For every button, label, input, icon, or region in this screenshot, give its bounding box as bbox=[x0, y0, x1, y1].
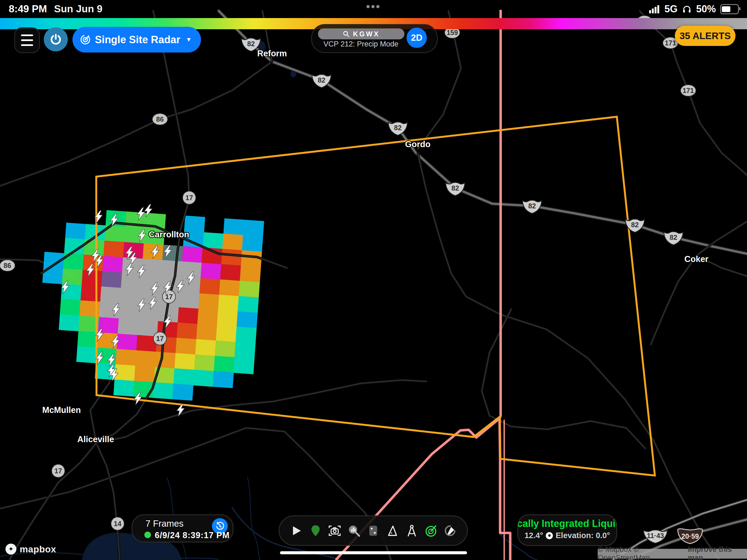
highway-shield: 14 bbox=[111, 517, 124, 530]
radar-cell bbox=[182, 246, 203, 263]
radar-cell bbox=[177, 322, 198, 339]
radar-cell bbox=[100, 286, 121, 304]
radar-cell bbox=[65, 223, 86, 239]
radar-cell bbox=[175, 353, 196, 370]
radar-mode-selector[interactable]: Single Site Radar ▼ bbox=[73, 27, 201, 52]
menu-button[interactable] bbox=[14, 27, 40, 53]
play-button[interactable] bbox=[288, 523, 304, 538]
radar-cell bbox=[213, 371, 234, 388]
power-icon bbox=[50, 33, 62, 46]
frame-timestamp-label: 6/9/24 8:39:17 PM bbox=[155, 531, 230, 540]
highway-shield: 82 bbox=[664, 232, 683, 245]
radar-cell bbox=[117, 334, 137, 351]
angle-tool-button[interactable] bbox=[385, 523, 400, 538]
vcp-status-label: VCP 212: Precip Mode bbox=[314, 40, 407, 48]
radar-cell bbox=[114, 364, 136, 381]
radar-cell bbox=[172, 384, 193, 401]
highway-shield: 17 bbox=[183, 191, 196, 204]
history-icon bbox=[215, 521, 225, 531]
svg-text:171: 171 bbox=[665, 39, 676, 47]
svg-text:17: 17 bbox=[54, 467, 62, 475]
alerts-button[interactable]: 35 ALERTS bbox=[675, 26, 736, 46]
highway-shield: 17 bbox=[153, 332, 166, 345]
radar-cell bbox=[161, 260, 182, 277]
radar-cell bbox=[76, 346, 97, 363]
radar-brand-icon bbox=[80, 34, 91, 45]
data-inspector-button[interactable] bbox=[346, 523, 362, 538]
radar-scope-button[interactable] bbox=[423, 523, 439, 538]
radar-cell bbox=[218, 295, 239, 312]
radar-cell bbox=[115, 349, 137, 366]
annotate-button[interactable] bbox=[443, 523, 458, 538]
river bbox=[248, 477, 260, 560]
compass-tool-button[interactable] bbox=[404, 523, 419, 538]
radar-cell bbox=[102, 256, 123, 273]
svg-text:20·59: 20·59 bbox=[681, 532, 699, 540]
radar-cell bbox=[235, 327, 256, 343]
svg-text:82: 82 bbox=[247, 40, 255, 48]
dice-button[interactable] bbox=[366, 523, 381, 538]
annotate-pencil-icon bbox=[444, 524, 457, 537]
radar-cell bbox=[103, 240, 124, 258]
home-indicator[interactable] bbox=[280, 551, 467, 554]
radar-cell bbox=[193, 370, 214, 387]
map-canvas[interactable]: 8282828282828217117117115986861717171714… bbox=[0, 0, 747, 560]
radar-cell bbox=[238, 296, 259, 313]
svg-text:82: 82 bbox=[670, 233, 677, 241]
frames-count-label: 7 Frames bbox=[146, 518, 183, 529]
improve-map-link[interactable]: Improve this map bbox=[688, 545, 743, 560]
town-label: Aliceville bbox=[77, 434, 114, 444]
svg-text:86: 86 bbox=[156, 116, 164, 123]
radar-cell bbox=[217, 310, 238, 327]
highway-shield: 20·59 bbox=[678, 529, 702, 543]
compass-tool-icon bbox=[405, 524, 418, 537]
radar-cell bbox=[59, 314, 80, 331]
svg-text:11·43: 11·43 bbox=[647, 532, 664, 539]
radar-cell bbox=[215, 340, 236, 357]
radar-cell bbox=[135, 350, 156, 367]
radar-cell bbox=[153, 382, 174, 399]
site-search-button[interactable]: KGWX bbox=[318, 28, 404, 40]
radar-cell bbox=[236, 311, 258, 328]
radar-cell bbox=[219, 279, 240, 297]
tilt-angle-label: 12.4° bbox=[524, 531, 543, 540]
view-mode-2d-button[interactable]: 2D bbox=[407, 28, 427, 48]
svg-text:82: 82 bbox=[318, 76, 325, 84]
radar-cell bbox=[81, 270, 103, 287]
radar-cell bbox=[140, 274, 162, 291]
radar-cell bbox=[141, 259, 163, 276]
radar-cell bbox=[155, 352, 176, 368]
radar-cell bbox=[198, 294, 219, 310]
town-label: Carrollton bbox=[149, 230, 189, 239]
headphones-icon bbox=[682, 4, 692, 14]
radar-cell bbox=[203, 232, 224, 249]
status-bar: 8:49 PM Sun Jun 9 ••• 5G 50% bbox=[0, 0, 747, 18]
radar-cell bbox=[243, 220, 264, 236]
radar-cell bbox=[195, 339, 216, 356]
mapbox-logo[interactable]: ✦ mapbox bbox=[5, 543, 56, 555]
highway-shield: 86 bbox=[0, 260, 15, 271]
radar-cell bbox=[60, 299, 81, 316]
radar-cell bbox=[214, 356, 235, 373]
radar-cell bbox=[240, 265, 261, 282]
radar-scope-icon bbox=[424, 524, 438, 538]
town-label: Coker bbox=[685, 254, 709, 264]
attribution-copyright: © Mapbox © OpenStreetMap bbox=[598, 545, 684, 560]
elevation-label: Elevation: 0.0° bbox=[556, 531, 610, 540]
power-button[interactable] bbox=[44, 27, 68, 51]
product-panel[interactable]: cally Integrated Liquid 12.4° Elevation:… bbox=[517, 514, 617, 546]
svg-text:159: 159 bbox=[446, 29, 458, 36]
radar-cell bbox=[80, 300, 101, 317]
radar-cell bbox=[199, 278, 221, 295]
radar-cell bbox=[101, 271, 122, 288]
radar-cell bbox=[223, 218, 244, 235]
site-code-label: KGWX bbox=[353, 30, 380, 38]
radar-cell bbox=[196, 324, 217, 341]
location-pin-button[interactable] bbox=[308, 523, 323, 538]
screenshot-camera-icon bbox=[328, 524, 341, 537]
radar-cell bbox=[220, 264, 241, 281]
angle-tool-icon bbox=[386, 524, 399, 537]
search-icon bbox=[343, 30, 350, 37]
highway-shield: 11·43 bbox=[643, 530, 667, 543]
screenshot-button[interactable] bbox=[327, 523, 342, 538]
